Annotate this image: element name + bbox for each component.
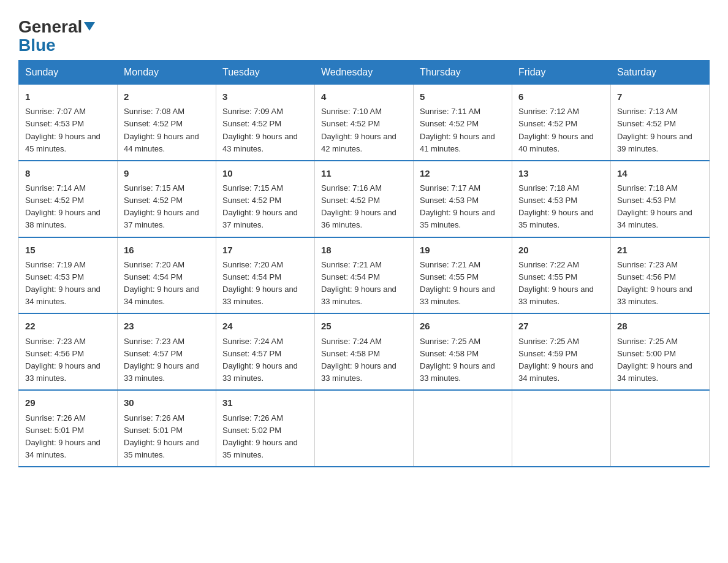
day-number: 24 <box>222 319 308 333</box>
sunrise-text: Sunrise: 7:08 AM <box>124 107 184 116</box>
calendar-day-cell: 22Sunrise: 7:23 AMSunset: 4:56 PMDayligh… <box>19 313 118 390</box>
sunset-text: Sunset: 5:02 PM <box>222 426 281 435</box>
daylight-text: Daylight: 9 hours and 37 minutes. <box>222 208 298 229</box>
day-number: 2 <box>124 90 210 104</box>
logo-triangle-icon <box>84 22 95 31</box>
day-number: 3 <box>222 90 308 104</box>
daylight-text: Daylight: 9 hours and 37 minutes. <box>124 208 199 229</box>
day-of-week-header: Tuesday <box>216 61 315 85</box>
sunrise-text: Sunrise: 7:09 AM <box>222 107 283 116</box>
logo-general-text: General <box>18 18 95 36</box>
logo: General Blue <box>18 18 95 54</box>
day-number: 4 <box>321 90 407 104</box>
daylight-text: Daylight: 9 hours and 34 minutes. <box>518 361 594 383</box>
sunset-text: Sunset: 4:59 PM <box>518 349 577 358</box>
daylight-text: Daylight: 9 hours and 44 minutes. <box>124 132 199 153</box>
sunrise-text: Sunrise: 7:23 AM <box>617 260 678 269</box>
sunrise-text: Sunrise: 7:16 AM <box>321 183 382 193</box>
calendar-day-cell: 1Sunrise: 7:07 AMSunset: 4:53 PMDaylight… <box>19 85 118 161</box>
daylight-text: Daylight: 9 hours and 33 minutes. <box>222 361 298 383</box>
sunset-text: Sunset: 4:52 PM <box>617 119 676 128</box>
calendar-day-cell: 28Sunrise: 7:25 AMSunset: 5:00 PMDayligh… <box>611 313 710 390</box>
calendar-day-cell: 30Sunrise: 7:26 AMSunset: 5:01 PMDayligh… <box>118 390 216 467</box>
day-number: 9 <box>124 166 210 180</box>
logo-blue-text: Blue <box>18 37 56 54</box>
calendar-day-cell <box>512 390 611 467</box>
calendar-day-cell: 16Sunrise: 7:20 AMSunset: 4:54 PMDayligh… <box>118 237 216 314</box>
sunset-text: Sunset: 4:52 PM <box>321 196 380 205</box>
calendar-week-row: 8Sunrise: 7:14 AMSunset: 4:52 PMDaylight… <box>19 161 710 237</box>
sunset-text: Sunset: 4:53 PM <box>518 196 577 205</box>
calendar-day-cell <box>414 390 512 467</box>
sunset-text: Sunset: 4:52 PM <box>25 196 84 205</box>
day-number: 8 <box>25 166 111 180</box>
daylight-text: Daylight: 9 hours and 33 minutes. <box>420 361 495 383</box>
day-number: 5 <box>420 90 506 104</box>
calendar-day-cell: 13Sunrise: 7:18 AMSunset: 4:53 PMDayligh… <box>512 161 611 237</box>
calendar-day-cell: 3Sunrise: 7:09 AMSunset: 4:52 PMDaylight… <box>216 85 315 161</box>
sunrise-text: Sunrise: 7:21 AM <box>420 260 480 269</box>
calendar-day-cell: 24Sunrise: 7:24 AMSunset: 4:57 PMDayligh… <box>216 313 315 390</box>
day-number: 25 <box>321 319 407 333</box>
calendar-day-cell: 8Sunrise: 7:14 AMSunset: 4:52 PMDaylight… <box>19 161 118 237</box>
sunset-text: Sunset: 4:56 PM <box>25 349 84 358</box>
sunrise-text: Sunrise: 7:24 AM <box>321 337 382 346</box>
calendar-day-cell: 26Sunrise: 7:25 AMSunset: 4:58 PMDayligh… <box>414 313 512 390</box>
calendar-day-cell: 10Sunrise: 7:15 AMSunset: 4:52 PMDayligh… <box>216 161 315 237</box>
calendar-day-cell: 17Sunrise: 7:20 AMSunset: 4:54 PMDayligh… <box>216 237 315 314</box>
daylight-text: Daylight: 9 hours and 45 minutes. <box>25 132 100 153</box>
sunset-text: Sunset: 4:58 PM <box>420 349 479 358</box>
day-number: 22 <box>25 319 111 333</box>
daylight-text: Daylight: 9 hours and 33 minutes. <box>518 285 594 306</box>
sunset-text: Sunset: 4:52 PM <box>222 119 281 128</box>
sunset-text: Sunset: 4:54 PM <box>321 272 380 282</box>
sunrise-text: Sunrise: 7:25 AM <box>420 337 480 346</box>
sunrise-text: Sunrise: 7:14 AM <box>25 183 86 193</box>
day-number: 13 <box>518 166 604 180</box>
daylight-text: Daylight: 9 hours and 33 minutes. <box>420 285 495 306</box>
calendar-day-cell: 31Sunrise: 7:26 AMSunset: 5:02 PMDayligh… <box>216 390 315 467</box>
daylight-text: Daylight: 9 hours and 35 minutes. <box>420 208 495 229</box>
sunset-text: Sunset: 4:53 PM <box>25 272 84 282</box>
calendar-day-cell: 20Sunrise: 7:22 AMSunset: 4:55 PMDayligh… <box>512 237 611 314</box>
sunset-text: Sunset: 5:01 PM <box>124 426 183 435</box>
calendar-week-row: 22Sunrise: 7:23 AMSunset: 4:56 PMDayligh… <box>19 313 710 390</box>
sunset-text: Sunset: 4:54 PM <box>222 272 281 282</box>
day-of-week-header: Saturday <box>611 61 710 85</box>
sunrise-text: Sunrise: 7:17 AM <box>420 183 480 193</box>
calendar-day-cell: 12Sunrise: 7:17 AMSunset: 4:53 PMDayligh… <box>414 161 512 237</box>
day-number: 21 <box>617 243 703 257</box>
daylight-text: Daylight: 9 hours and 34 minutes. <box>25 285 100 306</box>
sunset-text: Sunset: 4:52 PM <box>124 119 183 128</box>
day-of-week-header: Sunday <box>19 61 118 85</box>
day-number: 11 <box>321 166 407 180</box>
day-of-week-header: Thursday <box>414 61 512 85</box>
calendar-day-cell: 11Sunrise: 7:16 AMSunset: 4:52 PMDayligh… <box>315 161 414 237</box>
day-number: 28 <box>617 319 703 333</box>
calendar-week-row: 29Sunrise: 7:26 AMSunset: 5:01 PMDayligh… <box>19 390 710 467</box>
sunrise-text: Sunrise: 7:25 AM <box>617 337 678 346</box>
calendar-day-cell: 14Sunrise: 7:18 AMSunset: 4:53 PMDayligh… <box>611 161 710 237</box>
calendar-day-cell: 21Sunrise: 7:23 AMSunset: 4:56 PMDayligh… <box>611 237 710 314</box>
daylight-text: Daylight: 9 hours and 33 minutes. <box>321 361 396 383</box>
calendar-day-cell: 18Sunrise: 7:21 AMSunset: 4:54 PMDayligh… <box>315 237 414 314</box>
calendar-day-cell: 25Sunrise: 7:24 AMSunset: 4:58 PMDayligh… <box>315 313 414 390</box>
sunset-text: Sunset: 4:55 PM <box>420 272 479 282</box>
sunrise-text: Sunrise: 7:07 AM <box>25 107 86 116</box>
sunrise-text: Sunrise: 7:25 AM <box>518 337 579 346</box>
sunrise-text: Sunrise: 7:15 AM <box>124 183 184 193</box>
sunset-text: Sunset: 4:52 PM <box>518 119 577 128</box>
day-number: 29 <box>25 396 111 410</box>
day-number: 26 <box>420 319 506 333</box>
calendar-day-cell: 27Sunrise: 7:25 AMSunset: 4:59 PMDayligh… <box>512 313 611 390</box>
day-number: 6 <box>518 90 604 104</box>
daylight-text: Daylight: 9 hours and 33 minutes. <box>321 285 396 306</box>
daylight-text: Daylight: 9 hours and 41 minutes. <box>420 132 495 153</box>
day-number: 12 <box>420 166 506 180</box>
daylight-text: Daylight: 9 hours and 36 minutes. <box>321 208 396 229</box>
calendar-header-row: SundayMondayTuesdayWednesdayThursdayFrid… <box>19 61 710 85</box>
calendar-week-row: 1Sunrise: 7:07 AMSunset: 4:53 PMDaylight… <box>19 85 710 161</box>
sunset-text: Sunset: 4:52 PM <box>124 196 183 205</box>
daylight-text: Daylight: 9 hours and 33 minutes. <box>617 285 692 306</box>
daylight-text: Daylight: 9 hours and 35 minutes. <box>124 438 199 459</box>
